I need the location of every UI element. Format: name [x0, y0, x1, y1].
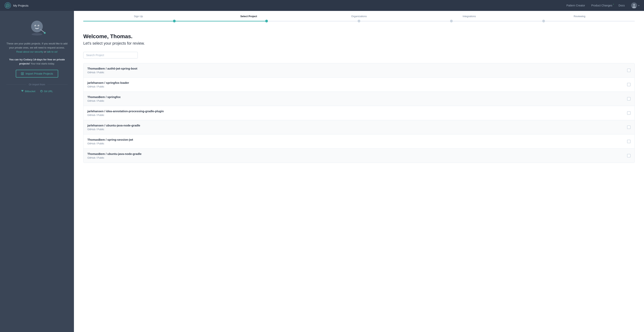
svg-point-9: [35, 26, 36, 26]
project-row[interactable]: ThomasBem / spring-session-jwt GitHub / …: [84, 134, 634, 149]
project-name-2: ThomasBem / springfox: [87, 95, 627, 99]
svg-point-1: [7, 5, 8, 6]
project-info-2: ThomasBem / springfox GitHub / Public: [87, 95, 627, 102]
project-name-6: ThomasBem / ubuntu-java-node-gradle: [87, 152, 627, 155]
step-dot-4: [450, 20, 453, 22]
talk-link[interactable]: talk to us!: [47, 50, 58, 53]
project-meta-0: GitHub / Public: [87, 71, 627, 74]
step-dot-1: [173, 20, 176, 22]
project-row[interactable]: ThomasBem / springfox GitHub / Public: [84, 92, 634, 106]
step-label-reviewing: Reviewing: [524, 15, 635, 18]
stepper-labels-row: Sign Up Select Project Organizations Int…: [83, 15, 635, 18]
user-avatar[interactable]: [631, 2, 637, 9]
project-checkbox-5[interactable]: [627, 140, 630, 143]
step-label-select: Select Project: [194, 15, 304, 18]
svg-point-4: [633, 4, 635, 6]
bitbucket-icon: [21, 90, 24, 93]
product-changes-link[interactable]: Product Changes: [591, 4, 612, 7]
sidebar-divider: Or import from: [6, 83, 68, 86]
project-row[interactable]: jarlehansen / springfox-loader GitHub / …: [84, 78, 634, 92]
main-layout: These are your public projects. If you w…: [0, 11, 644, 332]
logo-icon: [5, 2, 11, 9]
git-url-link[interactable]: Git URL: [40, 90, 53, 93]
step-dot-2: [265, 20, 268, 22]
docs-link[interactable]: Docs: [618, 4, 625, 7]
git-icon: [40, 90, 43, 93]
project-meta-2: GitHub / Public: [87, 99, 627, 102]
project-info-3: jarlehansen / idea-annotation-processing…: [87, 109, 627, 116]
project-checkbox-3[interactable]: [627, 111, 630, 115]
pattern-creator-link[interactable]: Pattern Creator: [566, 4, 585, 7]
project-meta-5: GitHub / Public: [87, 142, 627, 145]
project-list: ThomasBem / auth0-jwt-spring-boot GitHub…: [83, 63, 635, 163]
project-row[interactable]: ThomasBem / auth0-jwt-spring-boot GitHub…: [84, 63, 634, 78]
import-icon: [21, 72, 24, 75]
project-meta-1: GitHub / Public: [87, 85, 627, 88]
svg-point-13: [44, 32, 46, 34]
project-checkbox-4[interactable]: [627, 125, 630, 129]
connector-before-1: [83, 21, 173, 22]
svg-point-6: [31, 21, 43, 32]
connector-2-3: [268, 21, 358, 22]
project-name-4: jarlehansen / ubuntu-java-node-gradle: [87, 124, 627, 127]
project-meta-6: GitHub / Public: [87, 156, 627, 159]
project-name-3: jarlehansen / idea-annotation-processing…: [87, 109, 627, 113]
step-dot-5: [542, 20, 545, 22]
logo-area[interactable]: My Projects: [5, 2, 28, 9]
project-meta-4: GitHub / Public: [87, 128, 627, 131]
import-options: Bitbucket Git URL: [21, 90, 53, 93]
step-label-orgs: Organizations: [304, 15, 414, 18]
security-link[interactable]: Read about our security: [16, 50, 43, 53]
bitbucket-link[interactable]: Bitbucket: [21, 90, 35, 93]
project-checkbox-1[interactable]: [627, 83, 630, 86]
trial-text: You can try Codacy 14-days for free on p…: [6, 58, 68, 66]
welcome-title: Welcome, Thomas.: [83, 33, 635, 40]
project-info-6: ThomasBem / ubuntu-java-node-gradle GitH…: [87, 152, 627, 159]
step-label-integrations: Integrations: [414, 15, 524, 18]
sidebar: These are your public projects. If you w…: [0, 11, 74, 332]
svg-point-10: [38, 26, 39, 26]
search-input[interactable]: [83, 52, 138, 58]
stepper-area: Sign Up Select Project Organizations Int…: [74, 11, 644, 26]
project-info-0: ThomasBem / auth0-jwt-spring-boot GitHub…: [87, 67, 627, 74]
step-label-signup: Sign Up: [83, 15, 194, 18]
project-info-4: jarlehansen / ubuntu-java-node-gradle Gi…: [87, 124, 627, 131]
user-avatar-area[interactable]: ▾: [631, 2, 639, 9]
topnav-right-area: Pattern Creator Product Changes Docs ▾: [566, 2, 639, 9]
main-content: Sign Up Select Project Organizations Int…: [74, 11, 644, 332]
project-info-5: ThomasBem / spring-session-jwt GitHub / …: [87, 138, 627, 145]
welcome-subtitle: Let's select your projects for review.: [83, 41, 635, 46]
project-meta-3: GitHub / Public: [87, 114, 627, 116]
connector-4-5: [453, 21, 542, 22]
top-navigation: My Projects Pattern Creator Product Chan…: [0, 0, 644, 11]
import-private-btn[interactable]: Import Private Projects: [16, 70, 58, 78]
mascot-area: [27, 19, 47, 37]
project-name-5: ThomasBem / spring-session-jwt: [87, 138, 627, 141]
project-checkbox-0[interactable]: [627, 69, 630, 72]
project-row[interactable]: ThomasBem / ubuntu-java-node-gradle GitH…: [84, 149, 634, 163]
project-name-0: ThomasBem / auth0-jwt-spring-boot: [87, 67, 627, 70]
svg-point-15: [40, 90, 42, 92]
project-info-1: jarlehansen / springfox-loader GitHub / …: [87, 81, 627, 88]
page-content: Welcome, Thomas. Let's select your proje…: [74, 26, 644, 171]
sidebar-description: These are your public projects. If you w…: [6, 42, 68, 54]
svg-point-11: [32, 33, 42, 36]
app-title: My Projects: [13, 4, 28, 7]
step-dot-3: [358, 20, 360, 22]
project-name-1: jarlehansen / springfox-loader: [87, 81, 627, 84]
stepper-dots: [83, 20, 635, 26]
svg-line-2: [6, 7, 6, 7]
project-checkbox-2[interactable]: [627, 97, 630, 101]
project-checkbox-6[interactable]: [627, 154, 630, 157]
connector-1-2: [176, 21, 266, 22]
connector-3-4: [360, 21, 450, 22]
user-dropdown-arrow[interactable]: ▾: [638, 5, 639, 7]
mascot-icon: [27, 19, 47, 36]
connector-after-5: [545, 21, 635, 22]
project-row[interactable]: jarlehansen / ubuntu-java-node-gradle Gi…: [84, 120, 634, 134]
project-row[interactable]: jarlehansen / idea-annotation-processing…: [84, 106, 634, 120]
